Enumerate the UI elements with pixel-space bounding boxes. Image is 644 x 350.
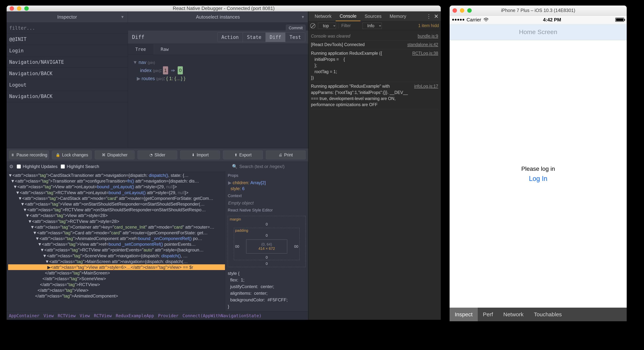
maximize-icon[interactable] <box>24 6 29 11</box>
tree-line[interactable]: ▼<attr">class="tag">CardStackTransitione… <box>8 172 225 178</box>
console-toolbar: top Info 1 item hidd <box>308 21 441 30</box>
subtab-tree[interactable]: Tree <box>128 44 153 55</box>
devmenu-touchables[interactable]: Touchables <box>529 308 567 321</box>
tab-inspector[interactable]: Inspector ▼ <box>7 12 128 23</box>
seg-action[interactable]: Action <box>218 33 243 42</box>
devtools-tab-console[interactable]: Console <box>336 12 361 21</box>
tree-line[interactable]: ▼<attr">class="tag">AnimatedComponent at… <box>8 236 225 241</box>
login-link[interactable]: Log In <box>529 175 547 183</box>
diff-key-index: index <box>140 68 152 73</box>
tree-line[interactable]: ▼<attr">class="tag">View attr">onLayout=… <box>8 184 225 190</box>
highlight-search-toggle[interactable]: Highlight Search <box>61 164 99 169</box>
devtools-tab-network[interactable]: Network <box>310 12 336 21</box>
devtools-tab-memory[interactable]: Memory <box>386 12 410 21</box>
console-filter-input[interactable] <box>341 23 360 28</box>
breadcrumb-item[interactable]: AppContainer <box>9 313 40 318</box>
log-level-select[interactable]: Info <box>362 23 382 29</box>
console-source[interactable]: RCTLog.js:38 <box>412 50 438 81</box>
slider-button[interactable]: ◔Slider <box>138 151 177 159</box>
seg-diff[interactable]: Diff <box>266 33 285 42</box>
devmenu-perf[interactable]: Perf <box>478 308 498 321</box>
close-icon[interactable] <box>452 8 457 13</box>
tree-line[interactable]: ▼<attr">class="tag">RCTView attr">style=… <box>8 218 225 224</box>
breadcrumb-item[interactable]: Connect(AppWithNavigationState) <box>182 313 262 318</box>
commit-button[interactable]: Commit <box>286 25 306 31</box>
tree-line[interactable]: </attr">class="tag">RCTView> <box>8 282 225 287</box>
tree-line[interactable]: </attr">class="tag">MainScreen> <box>8 270 225 276</box>
tree-line[interactable]: ▼<attr">class="tag">View attr">onStartSh… <box>8 201 225 207</box>
lock-changes-button[interactable]: 🔒Lock changes <box>52 151 92 159</box>
chrome-devtools: NetworkConsoleSourcesMemory ⋮ ✕ top Info… <box>308 12 441 320</box>
tree-line-selected[interactable]: ▶<attr">class="tag">View attr">style=6>…… <box>8 264 225 270</box>
breadcrumb-item[interactable]: View <box>44 313 54 318</box>
highlight-updates-toggle[interactable]: Highlight Updates <box>17 164 58 169</box>
console-output[interactable]: Console was clearedbundle.js:9[React Dev… <box>308 30 441 317</box>
wifi-icon <box>483 18 489 22</box>
tree-line[interactable]: </attr">class="tag">View> <box>8 287 225 293</box>
tree-line[interactable]: ▼<attr">class="tag">View attr">style=28> <box>8 213 225 218</box>
subtab-raw[interactable]: Raw <box>153 44 176 55</box>
maximize-icon[interactable] <box>467 8 472 13</box>
context-select[interactable]: top <box>318 23 336 29</box>
tree-line[interactable]: ▼<attr">class="tag">CardStack attr">mode… <box>8 195 225 201</box>
tree-line[interactable]: ▼<attr">class="tag">RCTView attr">pointe… <box>8 247 225 253</box>
console-source[interactable]: standalone.js:42 <box>407 42 438 48</box>
action-filter-input[interactable] <box>9 25 286 31</box>
gear-icon[interactable]: ⚙ <box>9 164 14 169</box>
console-message: Running application "ReduxExample" with … <box>311 83 411 108</box>
console-source[interactable]: bundle.js:9 <box>418 33 438 39</box>
tree-line[interactable]: </attr">class="tag">AnimatedComponent> <box>8 293 225 299</box>
print-label: Print <box>284 153 293 158</box>
tree-line[interactable]: ▼<attr">class="tag">SceneView attr">navi… <box>8 253 225 259</box>
react-component-tree[interactable]: ▼<attr">class="tag">CardStackTransitione… <box>7 171 225 311</box>
dispatcher-button[interactable]: ⌘Dispatcher <box>95 151 134 159</box>
print-button[interactable]: 🖨Print <box>266 151 306 159</box>
breadcrumb-item[interactable]: ReduxExampleApp <box>116 313 154 318</box>
tree-line[interactable]: ▼<attr">class="tag">View attr">ref=bound… <box>8 241 225 247</box>
chevron-down-icon: ▼ <box>301 15 305 19</box>
seg-test[interactable]: Test <box>285 33 305 42</box>
tree-line[interactable]: ▼<attr">class="tag">Transitioner attr">c… <box>8 178 225 184</box>
tree-line[interactable]: ▼<attr">class="tag">Card attr">mode="car… <box>8 230 225 236</box>
dispatcher-label: Dispatcher <box>107 153 128 158</box>
clear-console-icon[interactable] <box>310 23 315 28</box>
minimize-icon[interactable] <box>17 6 21 11</box>
print-icon: 🖨 <box>278 153 282 157</box>
tree-line[interactable]: </attr">class="tag">SceneView> <box>8 276 225 281</box>
tree-line[interactable]: ▼<attr">class="tag">Container attr">key=… <box>8 224 225 230</box>
import-button[interactable]: ⬇Import <box>180 151 220 159</box>
tab-autoselect[interactable]: Autoselect instances ▼ <box>128 12 308 23</box>
devmenu-inspect[interactable]: Inspect <box>450 308 478 321</box>
tree-line[interactable]: ▼<attr">class="tag">MainScreen attr">nav… <box>8 259 225 264</box>
debugger-titlebar[interactable]: React Native Debugger - Connected (port … <box>7 6 441 12</box>
react-options-row: ⚙ Highlight Updates Highlight Search 🔍 <box>7 162 308 171</box>
seg-state[interactable]: State <box>243 33 265 42</box>
console-source[interactable]: infoLog.js:17 <box>414 83 438 108</box>
breadcrumb-item[interactable]: Provider <box>158 313 178 318</box>
section-props: Props <box>225 171 308 180</box>
highlight-updates-label: Highlight Updates <box>23 164 58 169</box>
minimize-icon[interactable] <box>460 8 464 13</box>
breadcrumb-item[interactable]: RCTView <box>58 313 76 318</box>
kebab-icon[interactable]: ⋮ <box>426 13 431 19</box>
pause-recording-button[interactable]: ⏸Pause recording <box>9 151 49 159</box>
breadcrumb-item[interactable]: View <box>80 313 90 318</box>
component-search-input[interactable] <box>239 164 306 169</box>
props-panel: Props ▶ children: Array[2] style: 6 Cont… <box>225 171 308 311</box>
devmenu-network[interactable]: Network <box>498 308 529 321</box>
simulator-titlebar[interactable]: iPhone 7 Plus – iOS 10.3 (14E8301) <box>450 6 627 16</box>
console-prompt[interactable]: › <box>308 317 441 320</box>
close-icon[interactable]: ✕ <box>434 13 438 20</box>
close-icon[interactable] <box>10 6 14 11</box>
debugger-window: React Native Debugger - Connected (port … <box>7 6 441 320</box>
diff-mode-segmented: ActionStateDiffTest <box>217 33 305 42</box>
export-button[interactable]: ⬆Export <box>223 151 263 159</box>
pause-icon: ⏸ <box>11 153 14 157</box>
tree-line[interactable]: ▼<attr">class="tag">RCTView attr">onStar… <box>8 207 225 213</box>
breadcrumb-item[interactable]: RCTView <box>94 313 112 318</box>
lock-icon: 🔒 <box>56 153 60 157</box>
devtools-tab-sources[interactable]: Sources <box>360 12 386 21</box>
tree-line[interactable]: ▼<attr">class="tag">RCTView attr">onLayo… <box>8 190 225 195</box>
children-value: Array[2] <box>250 180 266 185</box>
index-to-badge: 0 <box>178 66 183 74</box>
